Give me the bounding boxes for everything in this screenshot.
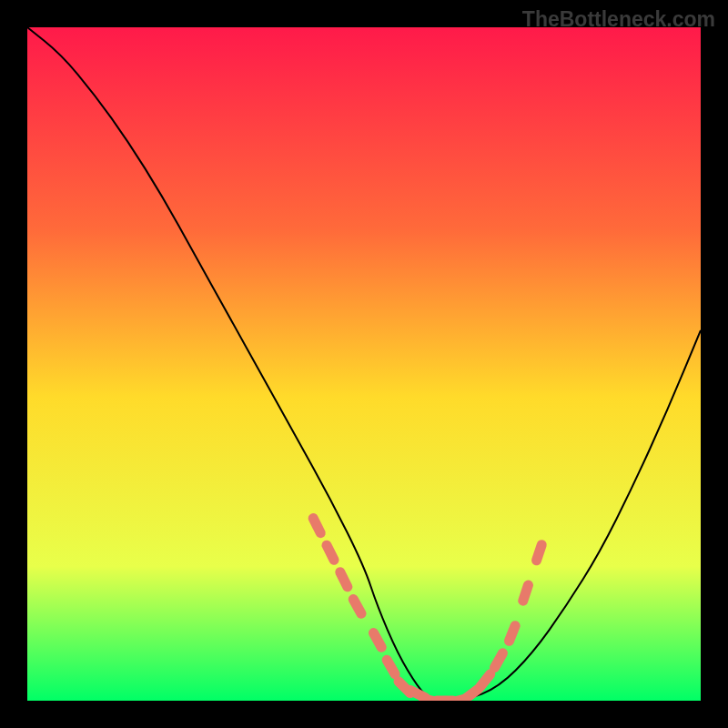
chart-frame — [27, 27, 701, 701]
chart-background — [27, 27, 701, 701]
marker-dash — [509, 626, 515, 642]
marker-dash — [387, 660, 395, 674]
watermark-text: TheBottleneck.com — [522, 7, 715, 32]
marker-dash — [523, 585, 529, 601]
marker-dash — [353, 600, 361, 614]
marker-dash — [313, 519, 320, 533]
marker-dash — [537, 545, 542, 561]
chart-svg — [27, 27, 701, 701]
marker-dash — [373, 633, 381, 648]
marker-dash — [327, 545, 334, 560]
marker-dash — [340, 572, 348, 587]
marker-dash — [495, 653, 503, 668]
